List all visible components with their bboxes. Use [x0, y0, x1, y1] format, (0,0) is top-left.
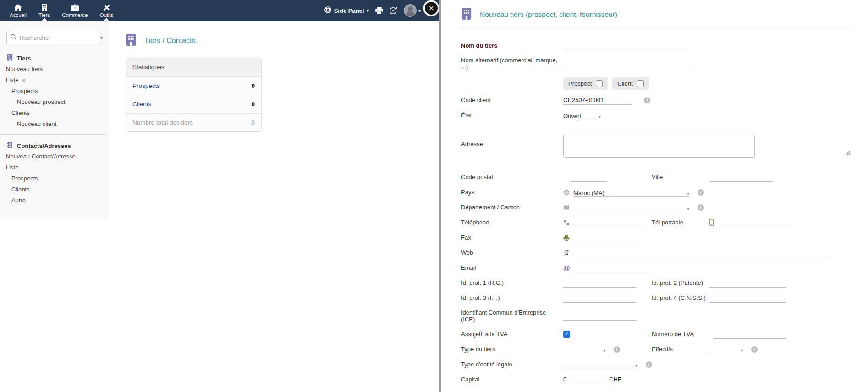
sidebar-header-tiers[interactable]: Tiers — [0, 53, 108, 64]
type-tiers-select[interactable]: ▾ — [563, 345, 605, 354]
at-icon: @ — [563, 264, 573, 272]
search-box[interactable]: ▾ — [6, 31, 100, 44]
nav-item-tiers[interactable]: Tiers — [33, 0, 56, 21]
nav-item-commerce[interactable]: Commerce — [56, 0, 93, 21]
sidebar-header-contacts[interactable]: Contacts/Adresses — [0, 140, 108, 151]
form-row-tva: Assujetti à la TVA ✓ Numéro de TVA — [461, 327, 852, 342]
close-panel-button[interactable]: ✕ — [423, 0, 439, 16]
form-row-capital: Capital CHF — [461, 372, 852, 387]
nom-input[interactable] — [563, 41, 688, 50]
idprof4-input[interactable] — [709, 294, 786, 303]
chevron-down-icon: ▾ — [603, 348, 605, 354]
stats-row-prospects: Prospects 0 — [126, 76, 261, 95]
info-icon[interactable]: i — [646, 361, 652, 368]
stats-row-total: Nombre total des tiers 0 — [126, 113, 261, 131]
idprof3-input[interactable] — [563, 294, 637, 303]
client-toggle[interactable]: Client — [612, 77, 648, 90]
sidebar-item-nouveau-tiers[interactable]: Nouveau tiers — [0, 64, 108, 75]
pays-select[interactable]: Maroc (MA) ▾ — [573, 188, 689, 197]
chevron-down-icon: ▾ — [599, 114, 601, 120]
code-postal-input[interactable] — [571, 173, 607, 182]
help-button[interactable]: ? — [390, 7, 397, 15]
phone-icon — [563, 219, 573, 226]
conditions-select[interactable]: ▾ — [563, 390, 618, 392]
sidebar-item-nouveau-prospect[interactable]: Nouveau prospect — [0, 97, 108, 108]
print-button[interactable] — [375, 7, 383, 14]
prospect-toggle[interactable]: Prospect — [563, 77, 608, 90]
sidebar-item-contacts-prospects[interactable]: Prospects — [0, 173, 108, 184]
menu-item-label: Nouveau client — [17, 119, 56, 130]
idprof2-input[interactable] — [709, 278, 786, 288]
entite-legale-label: Type d'entité légale — [461, 361, 563, 368]
chevron-down-icon: ▾ — [418, 8, 421, 13]
sidebar-header-label: Tiers — [17, 55, 31, 62]
info-icon[interactable]: i — [644, 97, 650, 103]
code-client-input[interactable] — [563, 96, 632, 105]
info-icon[interactable]: i — [614, 346, 620, 353]
sidebar-item-contacts-clients[interactable]: Clients — [0, 184, 108, 195]
briefcase-icon — [71, 4, 79, 11]
info-icon[interactable]: i — [698, 204, 704, 211]
ville-input[interactable] — [709, 173, 773, 182]
stats-card: Statistiques Prospects 0 Clients 0 Nombr… — [126, 58, 262, 132]
sidebar-item-nouveau-client[interactable]: Nouveau client — [0, 119, 108, 130]
panel-divider[interactable] — [439, 0, 441, 392]
form-row-telephone: Téléphone Tél portable — [461, 215, 852, 230]
telephone-input[interactable] — [573, 218, 642, 227]
tel-portable-input[interactable] — [719, 218, 792, 227]
sidebar-item-nouveau-contact[interactable]: Nouveau Contact/Adresse — [0, 151, 108, 162]
building-icon — [41, 4, 48, 11]
side-panel-toggle[interactable]: Side Panel ▾ — [324, 6, 369, 15]
email-input[interactable] — [573, 263, 649, 272]
info-icon[interactable]: i — [698, 189, 704, 196]
sidebar-item-clients[interactable]: Clients — [0, 108, 108, 119]
info-icon[interactable]: i — [751, 346, 758, 353]
search-icon — [11, 33, 16, 42]
nav-item-accueil[interactable]: Accueil — [4, 0, 33, 21]
building-icon — [7, 54, 13, 62]
user-menu[interactable]: ▾ — [404, 4, 421, 17]
nav-item-outils[interactable]: Outils — [93, 0, 119, 21]
clients-link[interactable]: Clients — [132, 101, 151, 108]
sidebar-item-liste-contacts[interactable]: Liste — [0, 162, 108, 173]
prospects-link[interactable]: Prospects — [132, 82, 160, 89]
resize-handle[interactable] — [845, 149, 851, 158]
client-checkbox[interactable] — [637, 80, 644, 87]
sidebar-item-liste-tiers[interactable]: Liste — [0, 75, 108, 86]
etat-select[interactable]: Ouvert ▾ — [563, 111, 601, 120]
entite-legale-select[interactable]: ▾ — [563, 360, 637, 369]
num-tva-input[interactable] — [713, 330, 786, 339]
client-toggle-label: Client — [617, 80, 632, 87]
form-row-nom: Nom du tiers — [461, 38, 852, 53]
ice-input[interactable] — [563, 311, 637, 321]
form-row-nom-alt: Nom alternatif (commercial, marque, ...) — [461, 53, 852, 74]
prospect-checkbox[interactable] — [596, 80, 603, 87]
email-label: Email — [461, 264, 563, 271]
nom-alt-input[interactable] — [563, 59, 688, 68]
fax-label: Fax — [461, 234, 563, 241]
effectifs-select[interactable]: ▾ — [709, 345, 743, 354]
svg-text:?: ? — [392, 8, 395, 13]
sidebar-item-prospects[interactable]: Prospects — [0, 86, 108, 97]
menu-item-label: Liste — [6, 75, 18, 86]
num-tva-label: Numéro de TVA — [652, 331, 709, 338]
mobile-icon — [709, 219, 719, 226]
tva-label: Assujetti à la TVA — [461, 331, 563, 338]
capital-input[interactable] — [563, 375, 604, 384]
collapse-icon[interactable] — [21, 78, 26, 83]
adresse-label: Adresse — [461, 141, 563, 147]
departement-select[interactable]: ▾ — [573, 203, 689, 212]
form-row-entite-legale: Type d'entité légale ▾ i — [461, 357, 852, 372]
fax-input[interactable] — [573, 233, 642, 242]
idprof1-input[interactable] — [563, 278, 637, 288]
pays-label: Pays — [461, 189, 563, 196]
panel-title: Nouveau tiers (prospect, client, fournis… — [461, 7, 852, 22]
sidebar-item-contacts-autre[interactable]: Autre — [0, 195, 108, 206]
web-input[interactable] — [573, 248, 830, 257]
tva-checkbox[interactable]: ✓ — [563, 331, 570, 338]
adresse-textarea[interactable] — [563, 135, 755, 158]
address-book-icon — [7, 142, 13, 150]
currency-label: CHF — [609, 376, 621, 383]
search-input[interactable] — [20, 34, 100, 41]
region-icon — [563, 205, 573, 210]
